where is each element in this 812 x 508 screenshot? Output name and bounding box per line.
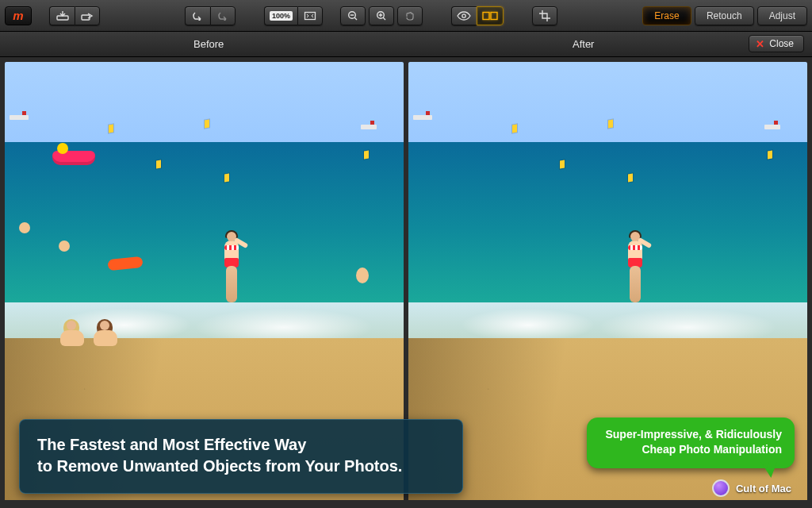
promo-line2: to Remove Unwanted Objects from Your Pho… [37,456,445,477]
main-subject-woman [628,241,642,264]
swimmer [59,241,70,252]
quote-line1: Super-Impressive, & Ridiculously [599,427,782,442]
review-quote-bubble: Super-Impressive, & Ridiculously Cheap P… [587,418,795,468]
pan-hand-button[interactable] [397,6,423,25]
close-label: Close [769,38,794,49]
zoom-out-button[interactable] [340,6,366,25]
svg-rect-6 [483,12,489,19]
sitting-woman-brown [94,321,117,346]
buoy-icon [205,120,209,129]
swimmer-standing [356,267,369,283]
tray-down-icon [56,11,69,21]
sky-region [408,62,807,142]
zoom-in-icon [376,10,387,21]
file-segment [49,6,100,25]
mode-adjust-label: Adjust [769,10,795,21]
mode-retouch-label: Retouch [707,10,742,21]
zoom-segment: 100% [264,6,323,25]
mode-retouch-button[interactable]: Retouch [695,6,754,25]
buoy-icon [109,124,113,133]
buoy-icon [224,173,229,182]
share-button[interactable] [75,6,100,25]
buoy-icon [628,173,633,182]
svg-rect-7 [491,12,497,19]
buoy-icon [608,120,613,129]
eye-icon [457,11,471,21]
compare-label-bar: Before After ✕ Close [0,32,812,57]
sea-region [408,142,807,302]
boat-orange [361,125,377,129]
compare-canvas: The Fastest and Most Effective Way to Re… [0,57,812,508]
redo-icon [216,11,229,21]
zoom-in-button[interactable] [369,6,394,25]
redo-button[interactable] [210,6,236,25]
zoom-fit-button[interactable] [297,6,323,25]
history-segment [185,6,236,25]
quote-line2: Cheap Photo Manipulation [599,442,782,457]
after-label: After [573,38,594,50]
mode-erase-label: Erase [654,10,679,21]
fit-screen-icon [304,11,316,21]
zoom-actual-button[interactable]: 100% [264,6,297,25]
boat-white [10,115,29,120]
zoom-out-icon [347,10,358,21]
quote-attribution: Cult of Mac [712,479,791,497]
boat-orange [764,125,780,129]
before-label: Before [193,38,224,50]
close-compare-button[interactable]: ✕ Close [749,35,804,52]
sitting-woman-blonde [60,321,84,346]
app-logo: m [5,6,32,25]
pedal-boat [52,151,95,165]
app-logo-text: m [13,9,23,22]
buoy-icon [512,124,517,133]
main-subject-woman [224,241,239,264]
import-button[interactable] [49,6,75,25]
undo-button[interactable] [185,6,210,25]
mode-erase-button[interactable]: Erase [642,6,691,25]
promo-headline-card: The Fastest and Most Effective Way to Re… [19,419,463,494]
preview-original-button[interactable] [451,6,477,25]
buoy-icon [156,160,161,168]
sky-region [5,62,404,142]
undo-icon [191,11,204,21]
sea-region [5,142,404,302]
svg-rect-2 [304,12,315,19]
source-avatar-icon [712,479,730,497]
compare-side-by-side-button[interactable] [477,6,504,25]
hand-icon [404,10,416,21]
crop-icon [539,10,550,21]
share-arrow-icon [81,11,94,21]
canvas-footer-gap [0,500,812,508]
side-by-side-icon [482,11,498,21]
buoy-icon [364,151,369,160]
svg-point-5 [462,13,465,17]
promo-line1: The Fastest and Most Effective Way [37,434,445,456]
quote-source-label: Cult of Mac [736,483,791,495]
preview-segment [451,6,504,25]
main-toolbar: m 100% [0,0,812,32]
mode-adjust-button[interactable]: Adjust [757,6,807,25]
zoom-percent-label: 100% [270,11,293,21]
crop-button[interactable] [532,6,557,25]
buoy-icon [560,160,565,168]
boat-white [413,115,432,120]
buoy-icon [768,151,772,160]
close-icon: ✕ [756,38,764,50]
